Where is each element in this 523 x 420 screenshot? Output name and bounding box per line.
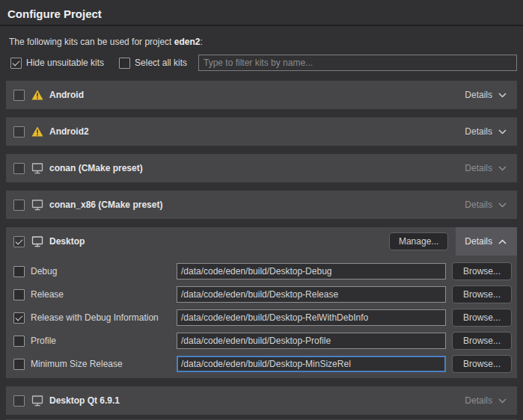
- description-text: The following kits can be used for proje…: [9, 37, 174, 47]
- config-checkbox[interactable]: [13, 266, 25, 277]
- chevron-down-icon: [498, 166, 507, 171]
- chevron-down-icon: [498, 129, 507, 135]
- kit-checkbox[interactable]: [13, 90, 25, 101]
- warning-icon: [31, 90, 43, 100]
- select-all-kits-checkbox[interactable]: [119, 58, 130, 69]
- browse-button[interactable]: Browse...: [452, 309, 512, 327]
- kit-name: conan_x86 (CMake preset): [49, 200, 162, 210]
- browse-button[interactable]: Browse...: [452, 332, 512, 350]
- config-label: Release: [31, 289, 64, 300]
- kit-name: Android: [49, 90, 84, 100]
- kit-row-conan-x86: conan_x86 (CMake preset) Details: [6, 191, 517, 219]
- kit-checkbox[interactable]: [13, 200, 25, 211]
- kit-name: Android2: [49, 126, 89, 137]
- chevron-up-icon: [498, 239, 507, 244]
- build-config-row-minsizerel: Minimum Size Release Browse...: [6, 356, 517, 372]
- build-dir-input[interactable]: [177, 263, 446, 280]
- config-checkbox[interactable]: [13, 359, 25, 370]
- kit-filter-controls: Hide unsuitable kits Select all kits: [10, 55, 517, 71]
- build-config-row-relwithdebinfo: Release with Debug Information Browse...: [6, 309, 517, 326]
- desktop-icon: [31, 235, 43, 247]
- desktop-icon: [31, 395, 43, 407]
- kit-name: conan (CMake preset): [49, 163, 143, 173]
- kit-row-desktop-qt: Desktop Qt 6.9.1 Details: [6, 386, 517, 415]
- build-config-row-debug: Debug Browse...: [6, 263, 517, 280]
- build-dir-input-focused[interactable]: [177, 356, 446, 372]
- hide-unsuitable-kits-checkbox[interactable]: [10, 58, 22, 69]
- details-button[interactable]: Details: [456, 117, 517, 146]
- build-dir-input[interactable]: [177, 333, 446, 349]
- config-label: Profile: [31, 336, 56, 346]
- kits-description: The following kits can be used for proje…: [9, 37, 514, 47]
- kit-name: Desktop Qt 6.9.1: [49, 395, 120, 406]
- kit-list: Android Details Android2 Details: [0, 81, 523, 420]
- browse-button[interactable]: Browse...: [452, 262, 512, 280]
- project-name: eden2: [174, 37, 201, 47]
- kit-name: Desktop: [49, 236, 85, 247]
- kit-checkbox[interactable]: [13, 126, 25, 138]
- kit-checkbox[interactable]: [13, 236, 25, 247]
- warning-icon: [31, 126, 43, 137]
- config-label: Minimum Size Release: [31, 359, 123, 369]
- details-button[interactable]: Details: [456, 227, 517, 256]
- config-label: Debug: [31, 266, 57, 277]
- manage-kits-button[interactable]: Manage...: [389, 232, 448, 250]
- build-config-row-release: Release Browse...: [6, 286, 517, 303]
- config-checkbox[interactable]: [13, 289, 25, 300]
- chevron-down-icon: [498, 203, 507, 208]
- details-button[interactable]: Details: [456, 154, 517, 182]
- kit-checkbox[interactable]: [13, 163, 25, 174]
- details-button[interactable]: Details: [456, 81, 517, 109]
- details-button[interactable]: Details: [456, 386, 517, 415]
- title-divider: [0, 25, 523, 26]
- select-all-kits-label: Select all kits: [135, 58, 187, 68]
- browse-button[interactable]: Browse...: [452, 355, 512, 373]
- config-checkbox[interactable]: [13, 312, 25, 324]
- desktop-icon: [31, 199, 43, 211]
- kit-filter-input[interactable]: [198, 55, 517, 71]
- kit-row-conan: conan (CMake preset) Details: [6, 154, 517, 182]
- build-config-row-profile: Profile Browse...: [6, 333, 517, 349]
- desktop-icon: [31, 162, 43, 174]
- chevron-down-icon: [498, 398, 507, 404]
- details-button[interactable]: Details: [456, 191, 517, 219]
- config-checkbox[interactable]: [13, 336, 25, 347]
- build-config-list: Debug Browse... Release Browse... Releas…: [6, 256, 517, 378]
- kit-row-desktop: Desktop Manage... Details Debug Browse..…: [6, 227, 517, 378]
- build-dir-input[interactable]: [177, 286, 446, 303]
- chevron-down-icon: [498, 93, 507, 98]
- kit-checkbox[interactable]: [13, 395, 25, 407]
- kit-row-android: Android Details: [6, 81, 517, 109]
- hide-unsuitable-kits-label: Hide unsuitable kits: [26, 58, 104, 68]
- config-label: Release with Debug Information: [31, 312, 159, 323]
- browse-button[interactable]: Browse...: [452, 285, 512, 303]
- page-title: Configure Project: [7, 7, 516, 20]
- kit-row-android2: Android2 Details: [6, 117, 517, 146]
- build-dir-input[interactable]: [177, 309, 446, 326]
